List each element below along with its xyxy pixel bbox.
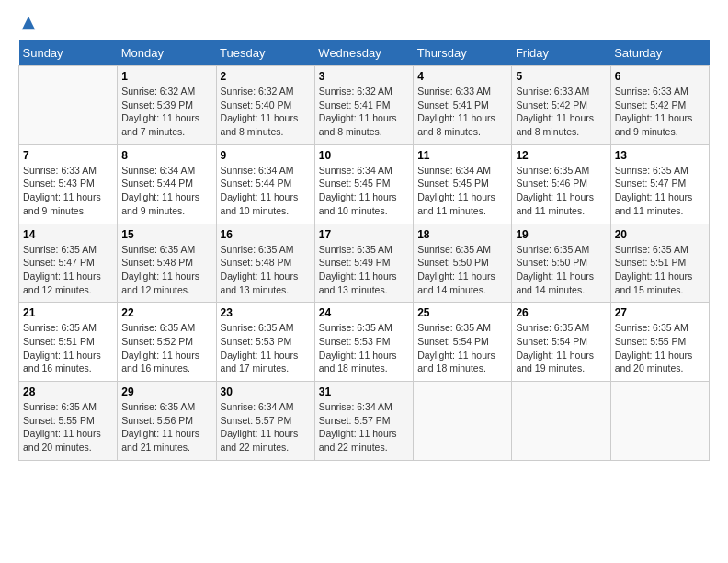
day-info: Sunrise: 6:35 AMSunset: 5:53 PMDaylight:… [221,321,311,375]
day-cell: 3Sunrise: 6:32 AMSunset: 5:41 PMDaylight… [314,66,413,145]
day-info: Sunrise: 6:34 AMSunset: 5:57 PMDaylight:… [221,400,311,454]
day-number: 2 [221,70,311,83]
day-header-wednesday: Wednesday [314,40,413,66]
day-cell: 8Sunrise: 6:34 AMSunset: 5:44 PMDaylight… [118,144,216,224]
day-info: Sunrise: 6:32 AMSunset: 5:41 PMDaylight:… [319,85,409,139]
day-info: Sunrise: 6:35 AMSunset: 5:46 PMDaylight:… [516,164,606,218]
day-cell: 10Sunrise: 6:34 AMSunset: 5:45 PMDayligh… [314,144,413,224]
day-number: 29 [121,385,211,398]
day-info: Sunrise: 6:35 AMSunset: 5:49 PMDaylight:… [319,243,409,297]
week-row-1: 1Sunrise: 6:32 AMSunset: 5:39 PMDaylight… [19,66,710,145]
day-number: 22 [121,306,211,319]
day-info: Sunrise: 6:32 AMSunset: 5:39 PMDaylight:… [121,85,211,139]
day-info: Sunrise: 6:35 AMSunset: 5:48 PMDaylight:… [121,243,211,297]
day-cell: 9Sunrise: 6:34 AMSunset: 5:44 PMDaylight… [216,144,314,224]
day-header-sunday: Sunday [19,40,118,66]
day-info: Sunrise: 6:33 AMSunset: 5:41 PMDaylight:… [417,85,507,139]
week-row-3: 14Sunrise: 6:35 AMSunset: 5:47 PMDayligh… [19,224,710,303]
calendar-body: 1Sunrise: 6:32 AMSunset: 5:39 PMDaylight… [19,66,710,461]
day-info: Sunrise: 6:32 AMSunset: 5:40 PMDaylight:… [221,85,311,139]
day-info: Sunrise: 6:33 AMSunset: 5:43 PMDaylight:… [23,164,113,218]
day-info: Sunrise: 6:35 AMSunset: 5:50 PMDaylight:… [516,243,606,297]
day-number: 21 [23,306,113,319]
day-header-friday: Friday [512,40,610,66]
day-cell: 4Sunrise: 6:33 AMSunset: 5:41 PMDaylight… [414,66,512,145]
day-cell: 17Sunrise: 6:35 AMSunset: 5:49 PMDayligh… [314,224,413,303]
day-info: Sunrise: 6:35 AMSunset: 5:55 PMDaylight:… [615,321,705,375]
day-info: Sunrise: 6:35 AMSunset: 5:47 PMDaylight:… [23,243,113,297]
day-info: Sunrise: 6:34 AMSunset: 5:45 PMDaylight:… [417,164,507,218]
day-number: 15 [121,228,211,241]
day-header-thursday: Thursday [414,40,512,66]
day-cell: 5Sunrise: 6:33 AMSunset: 5:42 PMDaylight… [512,66,610,145]
day-number: 18 [417,228,507,241]
day-cell: 7Sunrise: 6:33 AMSunset: 5:43 PMDaylight… [19,144,118,224]
day-cell: 1Sunrise: 6:32 AMSunset: 5:39 PMDaylight… [118,66,216,145]
day-number: 30 [221,385,311,398]
day-cell: 19Sunrise: 6:35 AMSunset: 5:50 PMDayligh… [512,224,610,303]
day-number: 17 [319,228,409,241]
day-number: 9 [221,149,311,162]
day-info: Sunrise: 6:34 AMSunset: 5:44 PMDaylight:… [121,164,211,218]
day-info: Sunrise: 6:35 AMSunset: 5:51 PMDaylight:… [615,243,705,297]
day-number: 31 [319,385,409,398]
day-number: 25 [417,306,507,319]
day-number: 26 [516,306,606,319]
day-info: Sunrise: 6:35 AMSunset: 5:55 PMDaylight:… [23,400,113,454]
day-cell: 6Sunrise: 6:33 AMSunset: 5:42 PMDaylight… [610,66,709,145]
day-number: 4 [417,70,507,83]
day-number: 5 [516,70,606,83]
day-info: Sunrise: 6:33 AMSunset: 5:42 PMDaylight:… [516,85,606,139]
day-number: 12 [516,149,606,162]
day-number: 7 [23,149,113,162]
day-number: 6 [615,70,705,83]
day-info: Sunrise: 6:35 AMSunset: 5:53 PMDaylight:… [319,321,409,375]
day-header-tuesday: Tuesday [216,40,314,66]
day-number: 27 [615,306,705,319]
week-row-5: 28Sunrise: 6:35 AMSunset: 5:55 PMDayligh… [19,382,710,461]
day-info: Sunrise: 6:34 AMSunset: 5:57 PMDaylight:… [319,400,409,454]
header-row: SundayMondayTuesdayWednesdayThursdayFrid… [19,40,710,66]
day-number: 23 [221,306,311,319]
day-info: Sunrise: 6:35 AMSunset: 5:54 PMDaylight:… [516,321,606,375]
day-number: 3 [319,70,409,83]
day-info: Sunrise: 6:35 AMSunset: 5:54 PMDaylight:… [417,321,507,375]
day-header-saturday: Saturday [610,40,709,66]
logo [18,18,37,31]
day-number: 10 [319,149,409,162]
week-row-4: 21Sunrise: 6:35 AMSunset: 5:51 PMDayligh… [19,303,710,382]
day-number: 13 [615,149,705,162]
day-cell [414,382,512,461]
day-cell: 2Sunrise: 6:32 AMSunset: 5:40 PMDaylight… [216,66,314,145]
day-info: Sunrise: 6:33 AMSunset: 5:42 PMDaylight:… [615,85,705,139]
svg-marker-0 [22,17,35,29]
page-header [18,18,710,31]
day-cell: 13Sunrise: 6:35 AMSunset: 5:47 PMDayligh… [610,144,709,224]
day-cell: 20Sunrise: 6:35 AMSunset: 5:51 PMDayligh… [610,224,709,303]
day-number: 1 [121,70,211,83]
day-cell: 26Sunrise: 6:35 AMSunset: 5:54 PMDayligh… [512,303,610,382]
day-info: Sunrise: 6:35 AMSunset: 5:48 PMDaylight:… [221,243,311,297]
day-cell [610,382,709,461]
day-cell: 18Sunrise: 6:35 AMSunset: 5:50 PMDayligh… [414,224,512,303]
day-cell: 14Sunrise: 6:35 AMSunset: 5:47 PMDayligh… [19,224,118,303]
day-number: 19 [516,228,606,241]
day-cell: 25Sunrise: 6:35 AMSunset: 5:54 PMDayligh… [414,303,512,382]
day-header-monday: Monday [118,40,216,66]
day-cell: 16Sunrise: 6:35 AMSunset: 5:48 PMDayligh… [216,224,314,303]
day-cell: 22Sunrise: 6:35 AMSunset: 5:52 PMDayligh… [118,303,216,382]
day-cell: 31Sunrise: 6:34 AMSunset: 5:57 PMDayligh… [314,382,413,461]
day-cell: 24Sunrise: 6:35 AMSunset: 5:53 PMDayligh… [314,303,413,382]
day-info: Sunrise: 6:35 AMSunset: 5:47 PMDaylight:… [615,164,705,218]
day-info: Sunrise: 6:34 AMSunset: 5:45 PMDaylight:… [319,164,409,218]
day-cell: 29Sunrise: 6:35 AMSunset: 5:56 PMDayligh… [118,382,216,461]
day-number: 24 [319,306,409,319]
day-cell: 30Sunrise: 6:34 AMSunset: 5:57 PMDayligh… [216,382,314,461]
calendar-table: SundayMondayTuesdayWednesdayThursdayFrid… [18,40,710,461]
calendar-header: SundayMondayTuesdayWednesdayThursdayFrid… [19,40,710,66]
day-info: Sunrise: 6:35 AMSunset: 5:50 PMDaylight:… [417,243,507,297]
day-cell: 21Sunrise: 6:35 AMSunset: 5:51 PMDayligh… [19,303,118,382]
day-cell: 15Sunrise: 6:35 AMSunset: 5:48 PMDayligh… [118,224,216,303]
day-number: 11 [417,149,507,162]
day-number: 14 [23,228,113,241]
